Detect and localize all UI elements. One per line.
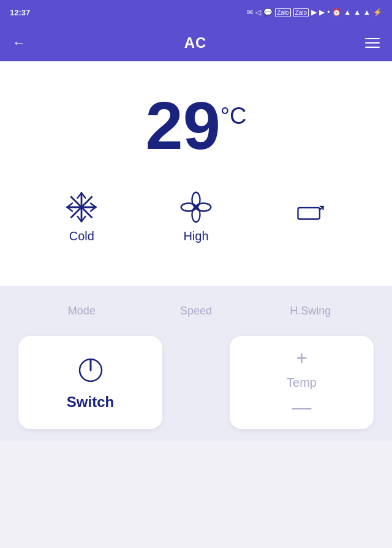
- nav-bar: ← AC: [0, 25, 392, 61]
- temp-plus-button[interactable]: +: [296, 348, 307, 368]
- youtube-icon1: ▶: [311, 8, 317, 17]
- bottom-section: Mode Speed H.Swing Switch + Temp —: [0, 286, 392, 441]
- menu-line-2: [365, 42, 380, 44]
- temp-minus-button[interactable]: —: [292, 397, 312, 417]
- high-label: High: [183, 229, 208, 243]
- temperature-section: 29 °C: [146, 61, 247, 184]
- alarm-icon: ⏰: [332, 8, 341, 17]
- mode-high[interactable]: High: [179, 190, 213, 243]
- temperature-value: 29: [146, 92, 221, 159]
- back-button[interactable]: ←: [12, 35, 26, 51]
- temp-card[interactable]: + Temp —: [230, 336, 374, 429]
- dot-icon: •: [327, 8, 330, 17]
- main-content: 29 °C Cold: [0, 61, 392, 286]
- location-icon: ◁: [255, 8, 261, 17]
- cold-label: Cold: [69, 229, 94, 243]
- swing-icon: [293, 197, 328, 232]
- switch-card[interactable]: Switch: [18, 336, 162, 429]
- menu-button[interactable]: [365, 38, 380, 48]
- hswing-label-text: H.Swing: [253, 305, 368, 318]
- spacer: [172, 336, 220, 429]
- page-title: AC: [184, 34, 207, 51]
- signal-icon1: ▲: [353, 8, 361, 17]
- mode-icons-row: Cold High: [0, 184, 392, 268]
- zalo-icon2: Zalo: [293, 8, 309, 17]
- svg-point-16: [194, 205, 198, 209]
- temp-card-label: Temp: [287, 376, 317, 390]
- speed-label-text: Speed: [139, 305, 254, 318]
- youtube-icon2: ▶: [319, 8, 325, 17]
- switch-label: Switch: [67, 394, 114, 411]
- signal-icon2: ▲: [363, 8, 371, 17]
- battery-icon: ⚡: [373, 8, 382, 17]
- snowflake-icon: [64, 190, 99, 224]
- mode-cold[interactable]: Cold: [64, 190, 99, 243]
- wifi-icon: ▲: [344, 8, 351, 17]
- menu-line-3: [365, 47, 380, 48]
- status-time: 12:37: [10, 8, 30, 17]
- power-icon: [75, 354, 107, 386]
- menu-line-1: [365, 38, 380, 39]
- zalo-icon1: Zalo: [275, 8, 290, 17]
- messenger-icon: ✉: [247, 8, 253, 17]
- mode-swing[interactable]: [293, 197, 328, 237]
- chat-icon: 💬: [263, 8, 273, 17]
- status-bar: 12:37 ✉ ◁ 💬 Zalo Zalo ▶ ▶ • ⏰ ▲ ▲ ▲ ⚡: [0, 0, 392, 25]
- labels-row: Mode Speed H.Swing: [18, 305, 374, 318]
- status-icons: ✉ ◁ 💬 Zalo Zalo ▶ ▶ • ⏰ ▲ ▲ ▲ ⚡: [247, 8, 382, 17]
- fan-icon: [179, 190, 213, 224]
- buttons-row: Switch + Temp —: [18, 336, 374, 429]
- temperature-unit: °C: [221, 103, 247, 129]
- svg-rect-17: [298, 207, 319, 219]
- mode-label-text: Mode: [24, 305, 139, 318]
